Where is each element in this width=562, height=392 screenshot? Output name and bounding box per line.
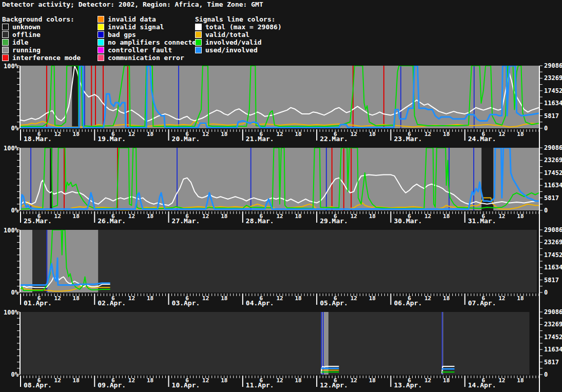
date-label: 13.Apr. bbox=[394, 381, 422, 389]
y-right-label: 23269 bbox=[544, 321, 562, 328]
plot-area bbox=[21, 312, 530, 375]
date-label: 28.Mar. bbox=[246, 217, 274, 225]
hour-label: 18 bbox=[295, 377, 301, 384]
date-label: 07.Apr. bbox=[468, 299, 496, 307]
y-axis-label-100: 100% bbox=[4, 227, 19, 234]
hour-label: 18 bbox=[517, 213, 524, 220]
left-axis bbox=[17, 148, 21, 211]
hour-label: 12 bbox=[498, 131, 505, 138]
hour-label: 18 bbox=[73, 131, 80, 138]
y-right-label: 11634 bbox=[544, 182, 562, 189]
left-axis bbox=[17, 312, 21, 375]
date-label: 06.Apr. bbox=[394, 299, 422, 307]
hour-label: 12 bbox=[54, 131, 61, 138]
plot-area bbox=[21, 148, 539, 210]
hour-label: 18 bbox=[221, 213, 227, 220]
date-label: 02.Apr. bbox=[98, 299, 126, 307]
date-label: 26.Mar. bbox=[98, 217, 126, 225]
y-right-label: 0 bbox=[544, 371, 548, 378]
hour-label: 12 bbox=[498, 295, 505, 302]
hour-label: 12 bbox=[276, 377, 283, 384]
chart-row-1: 100%0%6121818.Mar.6121819.Mar.6121820.Ma… bbox=[0, 62, 562, 148]
chart-row-2: 100%0%6121825.Mar.6121826.Mar.6121827.Ma… bbox=[0, 144, 562, 230]
hour-label: 18 bbox=[73, 377, 80, 384]
hour-label: 18 bbox=[369, 295, 376, 302]
y-right-label: 0 bbox=[544, 289, 548, 296]
hour-label: 12 bbox=[276, 131, 283, 138]
plot-area bbox=[21, 66, 539, 128]
y-right-label: 29086 bbox=[544, 226, 562, 233]
date-label: 12.Apr. bbox=[320, 381, 348, 389]
date-label: 11.Apr. bbox=[246, 381, 274, 389]
hour-label: 12 bbox=[128, 377, 135, 384]
y-right-label: 11634 bbox=[544, 346, 562, 353]
hour-label: 18 bbox=[517, 377, 524, 384]
date-label: 10.Apr. bbox=[172, 381, 200, 389]
background-bands bbox=[21, 312, 530, 375]
hour-label: 18 bbox=[443, 131, 450, 138]
y-right-label: 0 bbox=[544, 125, 548, 132]
hour-label: 18 bbox=[295, 213, 301, 220]
date-label: 01.Apr. bbox=[24, 299, 52, 307]
hour-label: 12 bbox=[351, 295, 357, 302]
date-label: 29.Mar. bbox=[320, 217, 348, 225]
y-axis-label-100: 100% bbox=[4, 63, 19, 70]
hour-label: 18 bbox=[73, 213, 80, 220]
hour-label: 18 bbox=[221, 377, 227, 384]
hour-label: 12 bbox=[202, 131, 209, 138]
hour-label: 12 bbox=[276, 295, 283, 302]
hour-label: 12 bbox=[202, 213, 209, 220]
hour-label: 12 bbox=[128, 295, 135, 302]
date-label: 08.Apr. bbox=[24, 381, 52, 389]
hour-label: 18 bbox=[221, 295, 227, 302]
hour-label: 18 bbox=[147, 295, 153, 302]
hour-label: 12 bbox=[202, 295, 209, 302]
hour-label: 12 bbox=[424, 131, 431, 138]
hour-label: 18 bbox=[295, 295, 301, 302]
hour-label: 12 bbox=[54, 377, 61, 384]
hour-label: 18 bbox=[517, 295, 524, 302]
hour-label: 18 bbox=[147, 213, 153, 220]
date-label: 22.Mar. bbox=[320, 135, 348, 143]
right-axis: 2908623269174521163458170 bbox=[539, 144, 562, 230]
right-axis: 2908623269174521163458170 bbox=[539, 62, 562, 148]
hour-label: 12 bbox=[498, 377, 505, 384]
hour-label: 12 bbox=[424, 295, 431, 302]
date-label: 19.Mar. bbox=[98, 135, 126, 143]
date-label: 27.Mar. bbox=[172, 217, 200, 225]
y-right-label: 5817 bbox=[544, 194, 559, 202]
left-axis bbox=[17, 230, 21, 293]
hour-label: 18 bbox=[147, 377, 153, 384]
y-right-label: 11634 bbox=[544, 264, 562, 271]
hour-label: 18 bbox=[443, 213, 450, 220]
y-right-label: 23269 bbox=[544, 74, 562, 82]
hour-label: 18 bbox=[517, 131, 524, 138]
hour-label: 18 bbox=[295, 131, 301, 138]
y-axis-label-100: 100% bbox=[4, 309, 19, 316]
y-right-label: 5817 bbox=[544, 112, 559, 120]
hour-label: 18 bbox=[147, 131, 153, 138]
y-right-label: 17452 bbox=[544, 87, 562, 94]
date-label: 23.Mar. bbox=[394, 135, 422, 143]
date-label: 24.Mar. bbox=[468, 135, 496, 143]
hour-label: 12 bbox=[498, 213, 505, 220]
hour-label: 18 bbox=[369, 377, 376, 384]
hour-label: 12 bbox=[351, 377, 357, 384]
y-right-label: 5817 bbox=[544, 359, 559, 366]
hour-label: 12 bbox=[202, 377, 209, 384]
y-right-label: 17452 bbox=[544, 334, 562, 341]
x-axis: 6121808.Apr.6121809.Apr.6121810.Apr.6121… bbox=[20, 376, 539, 389]
hour-label: 18 bbox=[221, 131, 227, 138]
hour-label: 12 bbox=[54, 213, 61, 220]
chart-row-4: 100%0%6121808.Apr.6121809.Apr.6121810.Ap… bbox=[0, 308, 562, 392]
hour-label: 12 bbox=[351, 131, 357, 138]
y-right-label: 29086 bbox=[544, 144, 562, 151]
x-axis: 6121825.Mar.6121826.Mar.6121827.Mar.6121… bbox=[20, 211, 539, 225]
date-label: 09.Apr. bbox=[98, 381, 126, 389]
y-right-label: 0 bbox=[544, 207, 548, 214]
hour-label: 18 bbox=[443, 295, 450, 302]
hour-label: 18 bbox=[443, 377, 450, 384]
hour-label: 12 bbox=[128, 213, 135, 220]
y-right-label: 17452 bbox=[544, 251, 562, 259]
x-axis: 6121801.Apr.6121802.Apr.6121803.Apr.6121… bbox=[20, 293, 539, 307]
